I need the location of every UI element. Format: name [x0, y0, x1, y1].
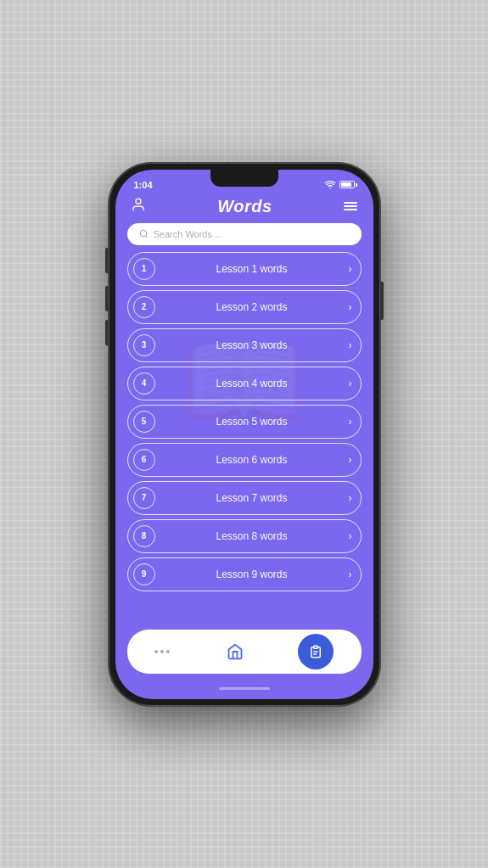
lesson-item-3[interactable]: 3 Lesson 3 words › — [127, 328, 362, 362]
chevron-icon-5: › — [349, 416, 352, 428]
tab-list[interactable] — [284, 627, 347, 676]
lesson-item-6[interactable]: 6 Lesson 6 words › — [127, 443, 362, 477]
lesson-item-2[interactable]: 2 Lesson 2 words › — [127, 290, 362, 324]
lesson-number-6: 6 — [133, 449, 155, 471]
search-container: Search Words ... — [115, 223, 373, 252]
chevron-icon-8: › — [349, 530, 352, 542]
wifi-icon — [324, 181, 336, 189]
chevron-icon-3: › — [349, 339, 352, 351]
search-bar[interactable]: Search Words ... — [127, 223, 362, 245]
lesson-number-9: 9 — [133, 563, 155, 585]
status-time: 1:04 — [134, 180, 153, 190]
chevron-icon-6: › — [349, 454, 352, 466]
lesson-label-3: Lesson 3 words — [155, 339, 349, 351]
lesson-number-7: 7 — [133, 487, 155, 509]
svg-line-2 — [145, 236, 147, 238]
app-header: Words — [115, 193, 373, 223]
lesson-number-2: 2 — [133, 296, 155, 318]
lesson-label-9: Lesson 9 words — [155, 568, 349, 580]
lesson-number-5: 5 — [133, 411, 155, 433]
lesson-number-4: 4 — [133, 372, 155, 395]
home-bar — [219, 687, 270, 690]
tab-home[interactable] — [213, 636, 257, 667]
lesson-number-1: 1 — [133, 258, 155, 280]
phone-screen: 📖 1:04 — [115, 170, 373, 699]
list-icon — [308, 644, 323, 659]
lesson-label-5: Lesson 5 words — [155, 416, 349, 428]
phone-frame: 📖 1:04 — [109, 163, 380, 706]
chevron-icon-2: › — [349, 301, 352, 313]
profile-icon[interactable] — [131, 197, 146, 216]
content-area: Words Search Words ... — [115, 193, 373, 699]
chevron-icon-9: › — [349, 568, 352, 580]
lesson-item-4[interactable]: 4 Lesson 4 words › — [127, 367, 362, 400]
svg-point-0 — [136, 199, 141, 204]
home-icon — [227, 643, 244, 660]
lesson-label-8: Lesson 8 words — [155, 530, 349, 542]
lesson-label-1: Lesson 1 words — [155, 263, 349, 275]
svg-rect-3 — [314, 646, 318, 648]
lesson-label-2: Lesson 2 words — [155, 301, 349, 313]
tab-dots[interactable]: ••• — [141, 638, 186, 665]
page-title: Words — [217, 197, 272, 216]
lesson-item-8[interactable]: 8 Lesson 8 words › — [127, 519, 362, 553]
notch — [210, 170, 278, 187]
lesson-label-6: Lesson 6 words — [155, 454, 349, 466]
lesson-number-3: 3 — [133, 334, 155, 356]
search-icon — [139, 229, 149, 238]
lessons-list: 1 Lesson 1 words › 2 Lesson 2 words › 3 … — [115, 252, 373, 624]
lesson-label-7: Lesson 7 words — [155, 492, 349, 504]
search-placeholder: Search Words ... — [154, 229, 223, 239]
lesson-item-9[interactable]: 9 Lesson 9 words › — [127, 557, 362, 591]
lesson-item-5[interactable]: 5 Lesson 5 words › — [127, 405, 362, 439]
menu-button[interactable] — [344, 202, 357, 210]
lesson-number-8: 8 — [133, 525, 155, 547]
chevron-icon-1: › — [349, 263, 352, 275]
dots-label: ••• — [154, 645, 172, 658]
tab-bar: ••• — [127, 630, 362, 674]
lesson-item-7[interactable]: 7 Lesson 7 words › — [127, 481, 362, 515]
status-icons — [324, 181, 355, 189]
battery-icon — [339, 181, 355, 188]
chevron-icon-7: › — [349, 492, 352, 504]
lesson-label-4: Lesson 4 words — [155, 378, 349, 389]
svg-point-1 — [140, 230, 146, 236]
chevron-icon-4: › — [349, 378, 352, 389]
lesson-item-1[interactable]: 1 Lesson 1 words › — [127, 252, 362, 286]
home-indicator — [115, 682, 373, 696]
tab-list-circle — [298, 634, 334, 669]
